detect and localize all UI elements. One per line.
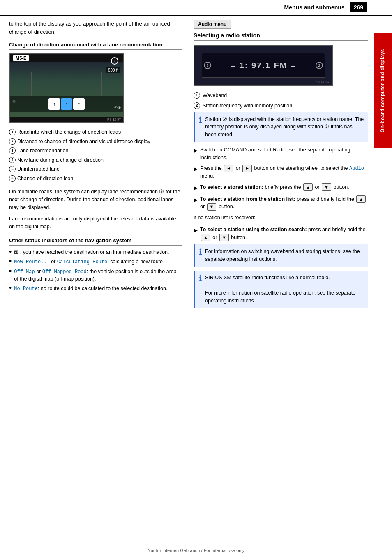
circle-6: 6 <box>9 175 16 182</box>
page-footer: Nur für internen Gebrauch / For internal… <box>0 545 392 553</box>
body-text-1: On multilane roads, the system can displ… <box>9 188 182 211</box>
list-item: 4 New lane during a change of direction <box>9 157 182 164</box>
radio-bottom-code: P5-32-41 <box>316 80 329 84</box>
page-number: 269 <box>350 2 367 12</box>
right-column: Audio menu Selecting a radio station 1 –… <box>189 20 392 312</box>
circle-2: 2 <box>9 138 16 145</box>
arrow-item-1: ▶ Switch on COMAND and select Radio; see… <box>194 146 368 162</box>
info-icon: ℹ <box>199 115 202 139</box>
circle-4: 4 <box>9 157 16 163</box>
circle-2: 2 <box>194 102 200 109</box>
arrow-item-3: ▶ To select a stored station: briefly pr… <box>194 183 368 192</box>
btn-down: ▼ <box>322 183 331 191</box>
highway-label: M5-E <box>13 55 29 61</box>
lane-arrow-5: ↑ <box>48 98 60 110</box>
list-item: • New Route... or Calculating Route: cal… <box>9 258 182 266</box>
btn-right: ► <box>242 165 252 172</box>
nav-marker-6: ⑥ <box>12 100 16 104</box>
dot-icon: • <box>9 284 12 292</box>
section1-bullet-list: 1 Road into which the change of directio… <box>9 129 182 182</box>
list-item: 3 Lane recommendation <box>9 147 182 155</box>
btn-left: ◄ <box>224 165 233 172</box>
info-block-3: ℹ SIRIUS XM satellite radio functions li… <box>194 271 368 308</box>
header-title: Menus and submenus <box>284 4 345 11</box>
nav-top-bar: M5-E 1 <box>10 54 123 62</box>
audio-menu-label: Audio menu <box>194 20 231 29</box>
list-item: • Off Map or Off Mapped Road: the vehicl… <box>9 268 182 283</box>
section1-heading: Change of direction announced with a lan… <box>9 42 182 50</box>
radio-freq: – 1: 97.1 FM – <box>231 61 296 70</box>
btn-down-2: ▼ <box>207 203 217 211</box>
side-tab: On-board computer and displays <box>374 33 392 148</box>
arrow-icon: ▶ <box>194 226 198 234</box>
list-item: 2 Distance to change of direction and vi… <box>9 138 182 146</box>
list-item: • No Route: no route could be calculated… <box>9 285 182 292</box>
body-text-2: Lane recommendations are only displayed … <box>9 215 182 231</box>
list-item: 1 Waveband <box>194 92 368 100</box>
lane-arrow-3: ↑ <box>73 98 85 110</box>
nav-lane-area: ↑ ↑ ↑ ④⑤ <box>10 96 123 112</box>
lane-arrow-4: ↑ <box>61 98 72 110</box>
info-icon-2: ℹ <box>199 247 202 263</box>
radio-circle-1: 1 <box>204 62 211 69</box>
arrow-icon: ▶ <box>194 184 198 192</box>
dot-icon: • <box>9 248 12 255</box>
circle-5: 5 <box>9 166 16 172</box>
arrow-item-5: ▶ To select a station using the station … <box>194 226 368 241</box>
btn-up: ▲ <box>303 183 313 191</box>
btn-up-3: ▲ <box>201 234 210 241</box>
radio-screen: 1 – 1: 97.1 FM – 2 P5-32-41 <box>194 45 333 86</box>
arrow-item-2: ▶ Press the ◄ or ► button on the steerin… <box>194 165 368 180</box>
arrow-icon: ▶ <box>194 146 198 155</box>
nav-circle-1: 1 <box>111 57 118 65</box>
circle-1: 1 <box>194 92 200 99</box>
dot-icon: • <box>9 267 12 275</box>
nav-image: M5-E 1 800 ft ② ↑ <box>9 53 124 123</box>
info-block-1: ℹ Station ② is displayed with the statio… <box>194 112 368 142</box>
main-content: to the top of the display as you approac… <box>0 16 392 312</box>
nav-bottom-bar: P3-32-97 <box>10 117 123 122</box>
radio-numbered-list: 1 Waveband 2 Station frequency with memo… <box>194 92 368 110</box>
list-item: 6 Change-of-direction icon <box>9 175 182 183</box>
section2-heading: Other status indicators of the navigatio… <box>9 237 182 246</box>
status-section: Other status indicators of the navigatio… <box>9 237 182 292</box>
circle-1: 1 <box>9 129 16 135</box>
radio-display: 1 – 1: 97.1 FM – 2 <box>202 53 325 78</box>
info-block-2: ℹ For information on switching waveband … <box>194 244 368 267</box>
arrow-item-4: ▶ To select a station from the station l… <box>194 195 368 211</box>
btn-up-2: ▲ <box>356 195 366 203</box>
if-no-station-text: If no station list is received: <box>194 214 368 222</box>
list-item: 2 Station frequency with memory position <box>194 102 368 110</box>
page-header: Menus and submenus 269 <box>0 0 392 16</box>
nav-circles-345: ④⑤ <box>114 106 121 110</box>
btn-down-3: ▼ <box>219 234 229 241</box>
list-item: 1 Road into which the change of directio… <box>9 129 182 136</box>
arrow-icon: ▶ <box>194 196 198 204</box>
info-icon-3: ℹ <box>199 273 202 305</box>
radio-circle-2: 2 <box>316 62 323 69</box>
list-item: 5 Uninterrupted lane <box>9 166 182 173</box>
status-bullet-list: • ⊠ : you have reached the destination o… <box>9 249 182 292</box>
arrow-icon: ▶ <box>194 165 198 173</box>
dot-icon: • <box>9 258 12 265</box>
circle-3: 3 <box>9 147 16 154</box>
intro-text: to the top of the display as you approac… <box>9 20 182 36</box>
radio-section-heading: Selecting a radio station <box>194 32 368 41</box>
road-area <box>22 72 111 97</box>
left-column: to the top of the display as you approac… <box>0 20 189 312</box>
list-item: • ⊠ : you have reached the destination o… <box>9 249 182 256</box>
